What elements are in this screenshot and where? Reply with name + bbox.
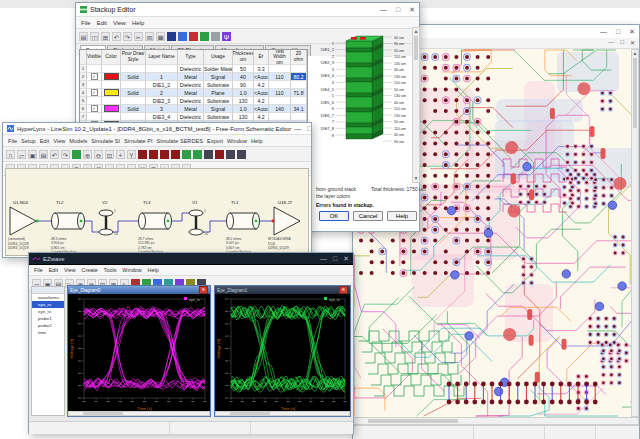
scroll-up-arrow[interactable]: ▲ bbox=[413, 28, 419, 35]
menu-file[interactable]: File bbox=[8, 138, 17, 144]
insert-row-below-icon[interactable]: ▦ bbox=[156, 32, 165, 41]
ic-green-icon[interactable] bbox=[72, 150, 81, 159]
menu-view[interactable]: View bbox=[53, 138, 65, 144]
maximize-button[interactable]: □ bbox=[307, 125, 311, 133]
help-button[interactable]: Help bbox=[387, 211, 417, 221]
schematic-titlebar[interactable]: HyperLynx - LineSim 10.2_Update1 - [DDR4… bbox=[3, 123, 311, 135]
redo-icon[interactable]: ↷ bbox=[61, 150, 70, 159]
cell-10[interactable] bbox=[291, 113, 307, 121]
stackup-titlebar[interactable]: Stackup Editor — □ ✕ bbox=[76, 3, 419, 17]
visible-checkbox[interactable]: ✓ bbox=[91, 105, 98, 112]
doc-close-button[interactable]: ✕ bbox=[630, 39, 635, 46]
cell-6[interactable]: Solder Mask bbox=[204, 65, 233, 73]
cell-7[interactable]: 40 bbox=[233, 73, 254, 81]
cell-1[interactable] bbox=[87, 113, 102, 121]
menu-help[interactable]: Help bbox=[132, 20, 144, 26]
scroll-up-arrow[interactable]: ▲ bbox=[632, 50, 638, 57]
pcb-horizontal-scrollbar[interactable] bbox=[353, 417, 639, 425]
minimize-button[interactable]: — bbox=[600, 28, 607, 36]
layer-color-swatch[interactable] bbox=[104, 105, 119, 112]
cell-2[interactable] bbox=[102, 89, 121, 97]
cell-4[interactable]: DIE1_2 bbox=[146, 81, 178, 89]
table-icon[interactable]: ⊞ bbox=[101, 32, 110, 41]
spectrum-icon[interactable] bbox=[149, 150, 158, 159]
zoom-in-icon[interactable]: ⊕ bbox=[83, 150, 92, 159]
plot2-titlebar[interactable]: Eye_Diagram1 ✕ bbox=[215, 286, 350, 294]
insert-row-above-icon[interactable]: ▥ bbox=[145, 32, 154, 41]
cell-1[interactable]: ✓ bbox=[87, 73, 102, 81]
menu-simulate-serdes[interactable]: Simulate SERDES bbox=[157, 138, 203, 144]
undo-icon[interactable]: ↶ bbox=[50, 150, 59, 159]
cell-7[interactable]: 1.0 bbox=[233, 105, 254, 113]
doc-minimize-button[interactable]: — bbox=[608, 39, 614, 46]
menu-simulate-si[interactable]: Simulate SI bbox=[91, 138, 120, 144]
cell-9[interactable] bbox=[269, 97, 291, 105]
cell-6[interactable]: Plane bbox=[204, 89, 233, 97]
cell-3[interactable]: Solid bbox=[121, 89, 146, 97]
touchstone-icon[interactable] bbox=[226, 150, 235, 159]
cell-10[interactable] bbox=[291, 97, 307, 105]
zoom-out-icon[interactable]: ⊖ bbox=[94, 150, 103, 159]
eye-plot-1[interactable]: eye_rxTime (s)Voltage (V) bbox=[68, 294, 210, 411]
layer-color-swatch[interactable] bbox=[104, 89, 119, 96]
cell-4[interactable]: 3 bbox=[146, 105, 178, 113]
close-button[interactable]: ✕ bbox=[409, 6, 415, 14]
table-row[interactable]: 5DIE2_3DielectricSubstrate1304.2 bbox=[80, 97, 307, 105]
layer-color-swatch[interactable] bbox=[104, 73, 119, 80]
menu-window[interactable]: Window bbox=[122, 267, 141, 273]
maximize-button[interactable]: □ bbox=[333, 255, 337, 263]
cell-5[interactable]: Metal bbox=[178, 105, 204, 113]
table-row[interactable]: 3DIE1_2DielectricSubstrate904.2 bbox=[80, 81, 307, 89]
menu-help[interactable]: Help bbox=[148, 267, 159, 273]
new-icon[interactable]: ▯ bbox=[6, 150, 15, 159]
stackup-3d-scrollbar[interactable]: ▲ ▼ bbox=[412, 27, 420, 183]
preview-icon[interactable]: ◫ bbox=[90, 32, 99, 41]
cell-6[interactable]: Substrate bbox=[204, 113, 233, 121]
minimize-button[interactable]: — bbox=[320, 255, 327, 263]
cell-7[interactable]: 90 bbox=[233, 81, 254, 89]
swatch-blue-icon[interactable] bbox=[178, 32, 187, 41]
menu-view[interactable]: View bbox=[64, 267, 76, 273]
schematic-editor-window[interactable]: HyperLynx - LineSim 10.2_Update1 - [DDR4… bbox=[2, 122, 312, 258]
cell-9[interactable]: 110 bbox=[269, 73, 291, 81]
dark-chip-icon[interactable] bbox=[204, 150, 213, 159]
minimize-button[interactable]: — bbox=[380, 6, 387, 14]
tree-item-eye-tx[interactable]: eye_tx bbox=[32, 308, 64, 315]
oscilloscope-icon[interactable] bbox=[138, 150, 147, 159]
plot1-scrollbar[interactable] bbox=[68, 411, 210, 416]
wave-signal-tree[interactable]: waveformseye_rxeye_txprobe1probe2time bbox=[31, 286, 65, 416]
visible-checkbox[interactable]: ✓ bbox=[91, 73, 98, 80]
cell-9[interactable] bbox=[269, 65, 291, 73]
zoom-fit-icon[interactable]: ⊡ bbox=[105, 150, 114, 159]
close-button[interactable]: ✕ bbox=[343, 255, 349, 263]
cell-5[interactable]: Metal bbox=[178, 73, 204, 81]
cell-9[interactable] bbox=[269, 113, 291, 121]
probe-icon[interactable]: Y bbox=[127, 150, 136, 159]
cell-8[interactable]: 4.2 bbox=[254, 113, 269, 121]
cell-7[interactable]: 130 bbox=[233, 97, 254, 105]
cell-4[interactable]: DIE2_3 bbox=[146, 97, 178, 105]
cell-10[interactable]: 34.1 bbox=[291, 105, 307, 113]
menu-models[interactable]: Models bbox=[69, 138, 87, 144]
plot2-close-button[interactable]: ✕ bbox=[339, 286, 348, 294]
cell-4[interactable]: DIE3_4 bbox=[146, 113, 178, 121]
cell-3[interactable] bbox=[121, 81, 146, 89]
menu-create[interactable]: Create bbox=[82, 267, 98, 273]
table-row[interactable]: 6✓Solid3MetalSignal1.0<Auto>14034.1 bbox=[80, 105, 307, 113]
print-icon[interactable]: ▤ bbox=[79, 32, 88, 41]
tree-item-time[interactable]: time bbox=[32, 329, 64, 336]
cell-9[interactable]: 140 bbox=[269, 105, 291, 113]
swatch-green-icon[interactable] bbox=[200, 32, 209, 41]
padstack-icon[interactable] bbox=[237, 150, 246, 159]
cell-10[interactable]: 71.8 bbox=[291, 89, 307, 97]
cell-8[interactable]: <Auto> bbox=[254, 73, 269, 81]
pcb-vertical-scrollbar[interactable]: ▲ bbox=[631, 49, 639, 417]
cell-6[interactable]: Signal bbox=[204, 73, 233, 81]
cell-2[interactable] bbox=[102, 65, 121, 73]
close-button[interactable]: ✕ bbox=[629, 28, 635, 36]
board-green-icon[interactable] bbox=[182, 150, 191, 159]
menu-setup[interactable]: Setup bbox=[21, 138, 36, 144]
cell-5[interactable]: Dielectric bbox=[178, 65, 204, 73]
cell-3[interactable]: Solid bbox=[121, 105, 146, 113]
wave-titlebar[interactable]: EZwave — □ ✕ bbox=[29, 253, 353, 265]
